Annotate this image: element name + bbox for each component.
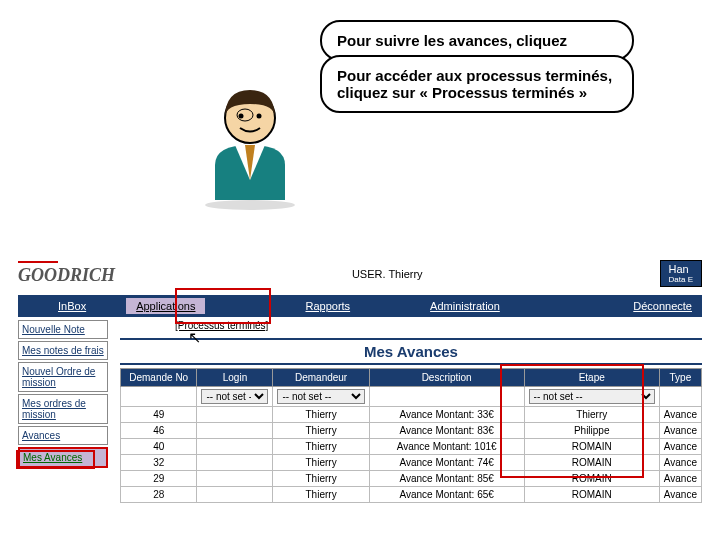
svg-point-2 (239, 114, 244, 119)
cell-type: Avance (659, 439, 701, 455)
table-row[interactable]: 28ThierryAvance Montant: 65€ROMAINAvance (121, 487, 702, 503)
table-row[interactable]: 29ThierryAvance Montant: 85€ROMAINAvance (121, 471, 702, 487)
cell-no: 32 (121, 455, 197, 471)
svg-point-3 (257, 114, 262, 119)
nav-inbox[interactable]: InBox (58, 300, 86, 312)
nav-applications[interactable]: Applications (126, 298, 205, 314)
table-row[interactable]: 32ThierryAvance Montant: 74€ROMAINAvance (121, 455, 702, 471)
nav-administration[interactable]: Administration (430, 300, 500, 312)
col-etape: Etape (524, 369, 659, 387)
cell-etape: ROMAIN (524, 439, 659, 455)
filter-demandeur[interactable]: -- not set -- (277, 389, 364, 404)
logo-goodrich: GOODRICH (18, 261, 115, 286)
cell-login (197, 455, 273, 471)
cell-desc: Avance Montant: 101€ (369, 439, 524, 455)
cell-desc: Avance Montant: 74€ (369, 455, 524, 471)
cell-login (197, 487, 273, 503)
col-type: Type (659, 369, 701, 387)
cursor-icon: ↖ (188, 328, 201, 347)
user-label: USER. Thierry (352, 268, 423, 280)
cell-type: Avance (659, 471, 701, 487)
table-row[interactable]: 40ThierryAvance Montant: 101€ROMAINAvanc… (121, 439, 702, 455)
col-description: Description (369, 369, 524, 387)
cell-etape: Thierry (524, 407, 659, 423)
cell-desc: Avance Montant: 83€ (369, 423, 524, 439)
cell-type: Avance (659, 487, 701, 503)
cell-etape: ROMAIN (524, 471, 659, 487)
nav-rapports[interactable]: Rapports (305, 300, 350, 312)
cell-no: 49 (121, 407, 197, 423)
cell-desc: Avance Montant: 33€ (369, 407, 524, 423)
cell-dem: Thierry (273, 407, 369, 423)
table-row[interactable]: 46ThierryAvance Montant: 83€PhilippeAvan… (121, 423, 702, 439)
sidebar-mes-avances[interactable]: Mes Avances (18, 447, 108, 468)
cell-dem: Thierry (273, 439, 369, 455)
cell-login (197, 471, 273, 487)
cell-type: Avance (659, 407, 701, 423)
avances-table: Demande No Login Demandeur Description E… (120, 368, 702, 503)
sidebar-nouvelle-note[interactable]: Nouvelle Note (18, 320, 108, 339)
logo-right: HanData E (660, 260, 702, 287)
sidebar: Nouvelle Note Mes notes de frais Nouvel … (18, 320, 108, 470)
cell-etape: ROMAIN (524, 487, 659, 503)
cell-no: 28 (121, 487, 197, 503)
sidebar-avances[interactable]: Avances (18, 426, 108, 445)
cell-dem: Thierry (273, 487, 369, 503)
col-demandeur: Demandeur (273, 369, 369, 387)
cell-etape: ROMAIN (524, 455, 659, 471)
cell-dem: Thierry (273, 471, 369, 487)
cell-login (197, 407, 273, 423)
page-title: Mes Avances (120, 338, 702, 365)
callout-2: Pour accéder aux processus terminés, cli… (320, 55, 634, 113)
cell-type: Avance (659, 455, 701, 471)
sidebar-nouvel-ordre[interactable]: Nouvel Ordre de mission (18, 362, 108, 392)
avatar (195, 80, 305, 212)
cell-desc: Avance Montant: 85€ (369, 471, 524, 487)
filter-etape[interactable]: -- not set -- (529, 389, 655, 404)
cell-etape: Philippe (524, 423, 659, 439)
svg-point-0 (205, 200, 295, 210)
cell-no: 46 (121, 423, 197, 439)
main-nav: InBox Applications Rapports Administrati… (18, 295, 702, 317)
cell-desc: Avance Montant: 65€ (369, 487, 524, 503)
cell-dem: Thierry (273, 423, 369, 439)
cell-login (197, 439, 273, 455)
cell-dem: Thierry (273, 455, 369, 471)
col-demande-no: Demande No (121, 369, 197, 387)
col-login: Login (197, 369, 273, 387)
sidebar-notes-frais[interactable]: Mes notes de frais (18, 341, 108, 360)
table-row[interactable]: 49ThierryAvance Montant: 33€ThierryAvanc… (121, 407, 702, 423)
cell-type: Avance (659, 423, 701, 439)
nav-deconnecte[interactable]: Déconnecte (633, 300, 692, 312)
cell-no: 29 (121, 471, 197, 487)
cell-login (197, 423, 273, 439)
sidebar-mes-ordres[interactable]: Mes ordres de mission (18, 394, 108, 424)
cell-no: 40 (121, 439, 197, 455)
filter-login[interactable]: -- not set -- (201, 389, 268, 404)
